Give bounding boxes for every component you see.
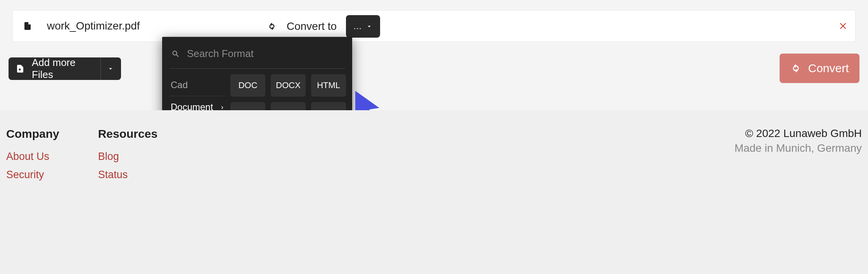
chevron-down-icon [366, 23, 373, 30]
format-category-label: Cad [171, 80, 188, 90]
format-option-html[interactable]: HTML [311, 74, 346, 97]
format-placeholder-text: ... [354, 21, 362, 31]
footer-link-security[interactable]: Security [6, 169, 59, 181]
footer-link-blog[interactable]: Blog [98, 151, 157, 163]
refresh-icon [790, 62, 802, 74]
add-more-files-button[interactable]: Add more Files [9, 57, 121, 80]
footer-made-in: Made in Munich, Germany [735, 142, 862, 154]
file-row: work_Optimizer.pdf Convert to ... [12, 10, 856, 42]
convert-to-label: Convert to [287, 20, 337, 33]
file-name: work_Optimizer.pdf [47, 20, 140, 32]
chevron-down-icon [107, 65, 114, 72]
add-more-files-dropdown-toggle[interactable] [100, 57, 114, 80]
refresh-icon [266, 21, 277, 32]
footer-right: © 2022 Lunaweb GmbH Made in Munich, Germ… [735, 127, 862, 274]
file-icon [22, 19, 33, 33]
format-select-button[interactable]: ... [346, 15, 380, 38]
format-search-row [169, 45, 345, 69]
footer-resources-heading: Resources [98, 127, 157, 140]
footer-link-about-us[interactable]: About Us [6, 151, 59, 163]
format-category-cad[interactable]: Cad [169, 74, 225, 96]
convert-button[interactable]: Convert [780, 54, 859, 83]
footer-company-heading: Company [6, 127, 59, 140]
format-option-docx[interactable]: DOCX [271, 74, 306, 97]
search-icon [171, 50, 180, 58]
footer-resources-column: Resources Blog Status [98, 127, 157, 274]
footer-copyright: © 2022 Lunaweb GmbH [735, 127, 862, 140]
remove-file-button[interactable] [839, 21, 848, 31]
footer-company-column: Company About Us Security [6, 127, 59, 274]
format-search-input[interactable] [187, 48, 343, 60]
file-add-icon [16, 63, 25, 74]
format-option-doc[interactable]: DOC [230, 74, 265, 97]
add-more-files-label: Add more Files [32, 57, 93, 81]
footer-link-status[interactable]: Status [98, 169, 157, 181]
convert-button-label: Convert [808, 62, 849, 75]
footer: Company About Us Security Resources Blog… [0, 110, 868, 274]
